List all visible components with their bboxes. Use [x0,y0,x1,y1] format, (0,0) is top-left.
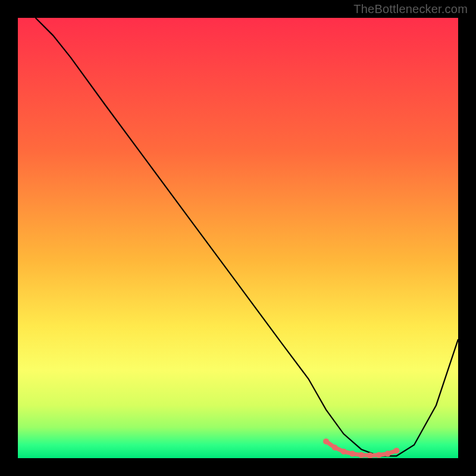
marker-dot [341,449,347,455]
gradient-background [18,18,458,458]
marker-dot [358,452,364,458]
chart-svg [18,18,458,458]
marker-dot [332,444,338,450]
marker-dot [323,439,329,444]
watermark-text: TheBottlenecker.com [353,2,468,16]
marker-dot [349,451,355,457]
marker-dot [385,451,391,457]
chart-plot-area [18,18,458,458]
marker-dot [376,452,382,458]
marker-dot [393,447,399,453]
